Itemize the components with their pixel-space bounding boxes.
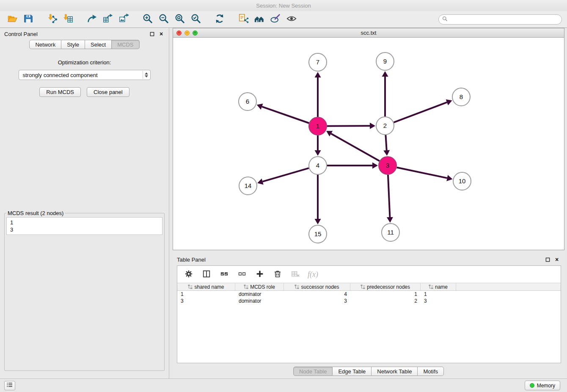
tab-motifs[interactable]: Motifs: [418, 367, 444, 376]
criterion-dropdown[interactable]: strongly connected component: [19, 70, 151, 80]
table-cell[interactable]: 3: [284, 298, 350, 304]
style-brush-button[interactable]: [268, 13, 283, 26]
export-table-icon: [102, 13, 113, 25]
memory-button[interactable]: Memory: [525, 381, 560, 390]
table-container: f(x) shared nameMCDS rolesuccessor nodes…: [177, 265, 561, 363]
table-cell[interactable]: 4: [284, 291, 350, 298]
edge-1-4[interactable]: [315, 135, 321, 156]
column-header-name[interactable]: name: [421, 283, 456, 290]
export-table-button[interactable]: [101, 13, 115, 26]
node-8[interactable]: 8: [452, 88, 470, 106]
edge-3-10[interactable]: [397, 168, 453, 181]
result-item[interactable]: 3: [10, 226, 159, 233]
edge-2-9[interactable]: [382, 71, 388, 116]
table-cell[interactable]: dominator: [235, 298, 284, 304]
node-3[interactable]: 3: [379, 157, 396, 174]
column-header-predecessor-nodes[interactable]: predecessor nodes: [350, 283, 421, 290]
network-canvas[interactable]: 7968124314101511: [173, 38, 564, 250]
refresh-button[interactable]: [212, 13, 227, 26]
table-cell[interactable]: 1: [421, 291, 456, 298]
edge-4-15[interactable]: [315, 175, 321, 224]
result-item[interactable]: 1: [10, 219, 159, 226]
node-7[interactable]: 7: [309, 53, 327, 71]
edge-1-6[interactable]: [257, 104, 309, 123]
network-graph[interactable]: 7968124314101511: [173, 38, 564, 250]
column-label: successor nodes: [301, 284, 339, 290]
column-label: predecessor nodes: [367, 284, 410, 290]
node-11[interactable]: 11: [382, 224, 399, 241]
table-row[interactable]: 3dominator323: [177, 298, 561, 304]
node-10[interactable]: 10: [453, 172, 471, 190]
export-network-button[interactable]: [85, 13, 99, 26]
save-session-button[interactable]: [21, 13, 36, 26]
import-table-button[interactable]: [61, 13, 75, 26]
delete-column-button[interactable]: [272, 269, 283, 280]
column-header-mcds-role[interactable]: MCDS role: [235, 283, 284, 290]
gear-icon: [184, 270, 193, 279]
minimize-window-icon[interactable]: −: [184, 30, 190, 36]
node-14[interactable]: 14: [239, 177, 257, 195]
node-6[interactable]: 6: [239, 93, 256, 110]
deselect-all-button[interactable]: [237, 269, 248, 280]
edge-4-14[interactable]: [257, 168, 309, 185]
column-header-successor-nodes[interactable]: successor nodes: [284, 283, 350, 290]
tab-network[interactable]: Network: [29, 40, 61, 49]
table-cell[interactable]: 3: [177, 298, 235, 304]
table-cell[interactable]: 3: [421, 298, 456, 304]
tab-select[interactable]: Select: [85, 40, 112, 49]
node-2[interactable]: 2: [376, 117, 394, 135]
table-cell[interactable]: 1: [350, 291, 421, 298]
edge-4-3[interactable]: [327, 163, 378, 169]
tab-mcds[interactable]: MCDS: [112, 40, 139, 49]
table-settings-button[interactable]: [183, 269, 194, 280]
close-table-panel-icon[interactable]: ×: [553, 256, 560, 263]
float-panel-icon[interactable]: [149, 30, 155, 37]
edge-1-7[interactable]: [315, 72, 321, 117]
close-panel-icon[interactable]: ×: [158, 30, 165, 37]
mcds-result-title: MCDS result (2 nodes): [6, 210, 65, 216]
table-panel-title: Table Panel: [177, 257, 206, 263]
svg-text:3: 3: [386, 162, 389, 169]
memory-status-icon: [530, 383, 534, 388]
run-mcds-button[interactable]: Run MCDS: [39, 87, 81, 97]
table-row[interactable]: 1dominator411: [177, 291, 561, 298]
zoom-selected-button[interactable]: [189, 13, 203, 26]
zoom-in-button[interactable]: [140, 13, 155, 26]
task-history-button[interactable]: [4, 381, 15, 390]
float-table-panel-icon[interactable]: [544, 256, 551, 263]
table-cell[interactable]: dominator: [235, 291, 284, 298]
node-4[interactable]: 4: [309, 157, 327, 174]
node-9[interactable]: 9: [376, 52, 394, 70]
zoom-fit-button[interactable]: [173, 13, 187, 26]
close-panel-button[interactable]: Close panel: [87, 87, 129, 97]
select-all-icon: [220, 270, 228, 279]
table-tabs: Node TableEdge TableNetwork TableMotifs: [173, 367, 564, 376]
import-network-button[interactable]: [45, 13, 59, 26]
tab-network-table[interactable]: Network Table: [372, 367, 418, 376]
edge-2-3[interactable]: [383, 135, 390, 156]
node-15[interactable]: 15: [309, 225, 327, 243]
zoom-out-button[interactable]: [157, 13, 171, 26]
show-columns-button[interactable]: [201, 269, 212, 280]
show-hide-button[interactable]: [284, 13, 299, 26]
node-1[interactable]: 1: [309, 117, 327, 135]
table-cell[interactable]: 2: [350, 298, 421, 304]
export-image-button[interactable]: [117, 13, 131, 26]
edge-2-8[interactable]: [394, 99, 452, 123]
edge-1-2[interactable]: [327, 123, 375, 129]
close-window-icon[interactable]: ×: [176, 30, 182, 36]
tab-edge-table[interactable]: Edge Table: [333, 367, 372, 376]
network-overview-button[interactable]: [252, 13, 267, 26]
search-input[interactable]: [450, 16, 558, 23]
table-cell[interactable]: 1: [177, 291, 235, 298]
select-all-button[interactable]: [219, 269, 230, 280]
maximize-window-icon[interactable]: +: [193, 30, 198, 36]
tab-node-table[interactable]: Node Table: [293, 367, 333, 376]
add-column-button[interactable]: [254, 269, 265, 280]
network-from-document-button[interactable]: [236, 13, 250, 26]
open-session-button[interactable]: [5, 13, 19, 26]
edge-3-11[interactable]: [387, 175, 393, 223]
edge-3-1[interactable]: [326, 131, 380, 161]
column-header-shared-name[interactable]: shared name: [177, 283, 235, 290]
tab-style[interactable]: Style: [61, 40, 85, 49]
